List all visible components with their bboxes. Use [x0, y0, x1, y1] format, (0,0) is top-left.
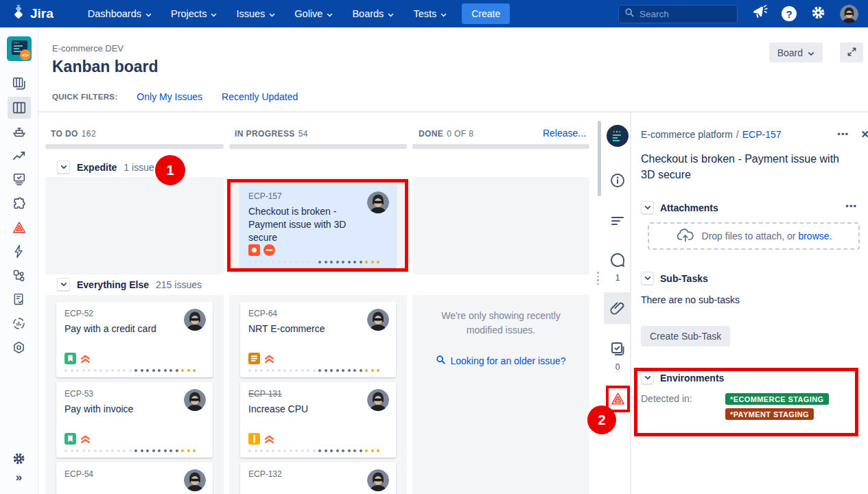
chevron-down-icon[interactable] [641, 272, 654, 285]
nav-menu-tests[interactable]: Tests [406, 4, 454, 23]
nav-menu-label: Dashboards [88, 8, 141, 19]
sidebar-addons-icon[interactable] [8, 193, 31, 215]
card-ecp-54[interactable]: ECP-54 [56, 462, 213, 494]
comments-icon[interactable] [604, 244, 631, 276]
bug-type-icon [248, 244, 260, 256]
board-scrollbar[interactable] [598, 121, 601, 196]
nav-menus: Dashboards Projects Issues Golive Boards… [81, 4, 454, 23]
sidebar-red-triangle-app-icon[interactable] [8, 217, 31, 239]
search-input[interactable] [640, 9, 722, 19]
chevron-down-icon[interactable] [57, 278, 70, 291]
card-ecp-52[interactable]: ECP-52 Pay with a credit card [56, 302, 213, 377]
filter-only-my-issues[interactable]: Only My Issues [137, 91, 202, 102]
sidebar-structure-icon[interactable] [8, 265, 31, 287]
card-title: Pay with invoice [64, 403, 188, 416]
app-circle-icon[interactable] [607, 125, 629, 147]
strip-icons: 1 0 [604, 113, 631, 414]
highest-priority-icon [263, 433, 275, 445]
nav-menu-boards[interactable]: Boards [345, 4, 401, 23]
attachment-dropzone[interactable]: Drop files to attach, or browse. [648, 222, 860, 250]
project-avatar[interactable]: <> [6, 36, 32, 62]
attachments-label: Attachments [660, 202, 718, 213]
create-subtask-button[interactable]: Create Sub-Task [641, 326, 730, 346]
sidebar-test-doc-icon[interactable] [8, 289, 31, 311]
column-header-done: DONE0 OF 8 [419, 129, 473, 139]
project-sidebar: <> [0, 27, 38, 494]
breadcrumb-separator: / [736, 129, 739, 140]
chevron-down-icon [145, 8, 152, 19]
swimlane-count: 1 issue [124, 162, 154, 173]
card-ecp-131[interactable]: ECP-131 Increase CPU [240, 382, 396, 458]
sidebar-expand-icon[interactable] [16, 471, 22, 484]
help-icon[interactable]: ? [782, 6, 797, 21]
detected-in-label: Detected in: [641, 393, 725, 420]
global-search[interactable] [618, 5, 738, 23]
story-type-icon [64, 433, 76, 445]
sidebar-reports-icon[interactable] [8, 145, 31, 167]
sidebar-releases-icon[interactable] [8, 121, 31, 143]
nav-right-cluster: ? [618, 4, 858, 23]
kanban-board: TO DO162 IN PROGRESS54 DONE0 OF 8 Releas… [38, 111, 596, 494]
attachments-more-icon[interactable] [845, 201, 857, 211]
older-issue-link[interactable]: Looking for an older issue? [423, 355, 578, 366]
chevron-down-icon[interactable] [641, 371, 654, 384]
more-actions-icon[interactable] [837, 129, 849, 139]
assignee-avatar [367, 191, 389, 213]
days-in-column-dots [248, 369, 388, 372]
nav-menu-label: Golive [294, 8, 322, 19]
story-type-icon [64, 353, 76, 364]
column-header-todo: TO DO162 [51, 129, 96, 139]
breadcrumb[interactable]: E-commerce DEV [52, 43, 124, 54]
chevron-down-icon[interactable] [57, 161, 70, 174]
jira-logo[interactable]: Jira [11, 5, 54, 23]
sidebar-automation-icon[interactable] [8, 241, 31, 263]
environment-badge-payment-staging: *PAYMENT STAGING [725, 408, 814, 420]
card-ecp-64[interactable]: ECP-64 NRT E-commerce [240, 302, 396, 377]
fullscreen-button[interactable] [840, 43, 863, 62]
info-icon[interactable] [604, 165, 631, 196]
megaphone-icon[interactable] [751, 4, 768, 23]
sidebar-gear-icon[interactable] [8, 448, 31, 470]
user-avatar[interactable] [840, 5, 858, 23]
jira-logo-icon [11, 5, 26, 23]
subtasks-icon[interactable] [604, 333, 631, 365]
todo-cell-expedite [45, 177, 224, 274]
create-button[interactable]: Create [462, 3, 510, 24]
drag-handle-dots[interactable] [597, 272, 599, 285]
card-ecp-157[interactable]: ECP-157 Checkout is broken - Payment iss… [240, 185, 396, 268]
issue-detail-icon-strip: 1 0 [596, 111, 631, 494]
assignee-avatar [367, 389, 389, 411]
description-icon[interactable] [604, 204, 631, 236]
column-header-inprogress: IN PROGRESS54 [235, 129, 308, 139]
release-link[interactable]: Release... [543, 128, 586, 139]
attachments-icon[interactable] [604, 292, 631, 324]
card-title: Pay with a credit card [64, 322, 188, 336]
card-ecp-132[interactable]: ECP-132 [240, 462, 396, 494]
card-title: Increase CPU [248, 403, 372, 416]
task-type-icon [248, 353, 260, 364]
gear-icon[interactable] [810, 5, 826, 23]
highest-priority-icon [80, 353, 91, 364]
column-bar [229, 144, 407, 149]
card-ecp-53[interactable]: ECP-53 Pay with invoice [56, 382, 213, 458]
sidebar-issues-icon[interactable] [8, 169, 31, 191]
done-cell-expedite [412, 177, 589, 274]
nav-menu-golive[interactable]: Golive [288, 4, 340, 23]
breadcrumb-project[interactable]: E-commerce platform [641, 129, 733, 140]
quick-filters-label: QUICK FILTERS: [52, 93, 117, 101]
close-icon[interactable] [860, 128, 868, 141]
nav-menu-projects[interactable]: Projects [164, 4, 224, 23]
sidebar-settings-nut-icon[interactable] [8, 337, 31, 359]
browse-link[interactable]: browse. [798, 231, 832, 242]
sidebar-backlog-icon[interactable] [8, 73, 31, 95]
sidebar-kanban-board-icon[interactable] [8, 97, 31, 119]
breadcrumb-issue-key[interactable]: ECP-157 [742, 129, 782, 140]
nav-menu-issues[interactable]: Issues [229, 4, 282, 23]
nav-menu-dashboards[interactable]: Dashboards [81, 4, 159, 23]
environments-triangle-icon[interactable] [604, 383, 631, 414]
chevron-down-icon[interactable] [641, 201, 654, 214]
filter-recently-updated[interactable]: Recently Updated [222, 91, 298, 102]
nav-menu-label: Projects [171, 8, 207, 19]
board-switcher-button[interactable]: Board [769, 43, 823, 62]
sidebar-circular-report-icon[interactable] [8, 313, 31, 335]
